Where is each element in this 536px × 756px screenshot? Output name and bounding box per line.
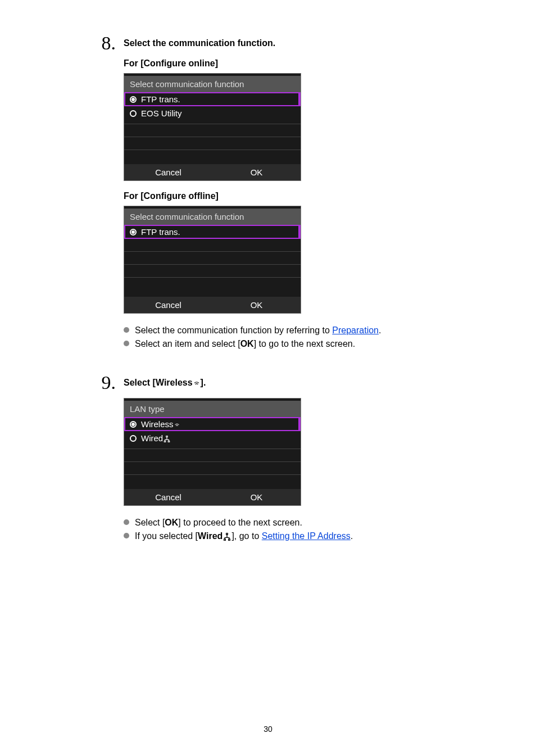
bullet-text: If you selected [Wired], go to Setting t… bbox=[135, 529, 353, 543]
bullet-icon bbox=[124, 519, 129, 525]
step-9: 9. Select [Wireless]. LAN type Wireless bbox=[0, 373, 536, 554]
text-fragment: . bbox=[351, 531, 353, 541]
bold-ok: OK bbox=[165, 518, 178, 527]
camera-screen-offline: Select communication function FTP trans.… bbox=[124, 206, 301, 314]
divider bbox=[124, 449, 301, 449]
option-label: EOS Utility bbox=[141, 108, 182, 118]
step-body: Select the communication function. For [… bbox=[124, 34, 536, 362]
text-fragment: . bbox=[379, 325, 381, 335]
divider bbox=[124, 251, 301, 252]
list-item: Select [OK] to proceed to the next scree… bbox=[124, 516, 469, 529]
document-page: 8. Select the communication function. Fo… bbox=[0, 0, 536, 554]
ok-button[interactable]: OK bbox=[212, 168, 301, 177]
wired-lan-icon bbox=[222, 531, 231, 541]
bullet-text: Select [OK] to proceed to the next scree… bbox=[135, 516, 302, 529]
divider bbox=[124, 277, 301, 278]
subheading-configure-offline: For [Configure offline] bbox=[124, 191, 469, 201]
text-fragment: ] to proceed to the next screen. bbox=[178, 518, 302, 527]
radio-selected-icon bbox=[130, 229, 137, 236]
bullet-icon bbox=[124, 327, 129, 333]
screen-header: Select communication function bbox=[124, 209, 301, 225]
option-ftp-trans[interactable]: FTP trans. bbox=[124, 92, 301, 106]
button-row: Cancel OK bbox=[124, 489, 301, 505]
text-fragment: Wired bbox=[141, 433, 163, 443]
wireless-icon bbox=[193, 378, 201, 387]
page-number: 30 bbox=[0, 725, 536, 734]
step-number: 8. bbox=[90, 34, 124, 53]
list-item: Select the communication function by ref… bbox=[124, 324, 469, 337]
option-wired[interactable]: Wired bbox=[124, 431, 301, 445]
option-ftp-trans[interactable]: FTP trans. bbox=[124, 225, 301, 239]
option-list: FTP trans. bbox=[124, 225, 301, 297]
link-preparation[interactable]: Preparation bbox=[332, 325, 379, 335]
ok-button[interactable]: OK bbox=[212, 492, 301, 502]
bold-ok: OK bbox=[240, 339, 254, 348]
step-8: 8. Select the communication function. Fo… bbox=[0, 34, 536, 362]
step-title: Select the communication function. bbox=[124, 38, 469, 48]
text-fragment: Select [ bbox=[135, 518, 165, 527]
radio-unselected-icon bbox=[130, 110, 137, 117]
bullet-text: Select an item and select [OK] to go to … bbox=[135, 337, 355, 351]
divider bbox=[124, 461, 301, 462]
bullet-list: Select the communication function by ref… bbox=[124, 324, 469, 351]
option-label: Wired bbox=[141, 433, 171, 443]
option-label: FTP trans. bbox=[141, 227, 180, 237]
button-row: Cancel OK bbox=[124, 164, 301, 180]
step-body: Select [Wireless]. LAN type Wireless Wir… bbox=[124, 373, 536, 554]
option-label: Wireless bbox=[141, 419, 180, 429]
link-setting-ip-address[interactable]: Setting the IP Address bbox=[262, 531, 351, 541]
radio-unselected-icon bbox=[130, 435, 137, 442]
radio-selected-icon bbox=[130, 421, 137, 428]
text-fragment: ], go to bbox=[231, 531, 261, 541]
text-fragment: Select [Wireless bbox=[124, 378, 193, 387]
ok-button[interactable]: OK bbox=[212, 300, 301, 310]
divider bbox=[124, 474, 301, 475]
wired-lan-icon bbox=[163, 433, 171, 443]
option-label: FTP trans. bbox=[141, 94, 180, 104]
text-fragment: Select the communication function by ref… bbox=[135, 325, 332, 335]
screen-header: Select communication function bbox=[124, 76, 301, 92]
wireless-icon bbox=[174, 419, 180, 429]
subheading-configure-online: For [Configure online] bbox=[124, 58, 469, 69]
text-fragment: Wireless bbox=[141, 419, 174, 429]
text-fragment: If you selected [ bbox=[135, 531, 198, 541]
option-wireless[interactable]: Wireless bbox=[124, 417, 301, 431]
list-item: If you selected [Wired], go to Setting t… bbox=[124, 529, 469, 543]
divider bbox=[124, 124, 301, 124]
cancel-button[interactable]: Cancel bbox=[124, 492, 212, 502]
bullet-text: Select the communication function by ref… bbox=[135, 324, 381, 337]
text-fragment: ]. bbox=[201, 378, 206, 387]
step-number: 9. bbox=[90, 373, 124, 392]
bold-wired: Wired bbox=[198, 531, 222, 541]
camera-screen-lan-type: LAN type Wireless Wired bbox=[124, 398, 301, 506]
divider bbox=[124, 150, 301, 150]
radio-selected-icon bbox=[130, 96, 137, 103]
list-item: Select an item and select [OK] to go to … bbox=[124, 337, 469, 351]
cancel-button[interactable]: Cancel bbox=[124, 168, 212, 177]
button-row: Cancel OK bbox=[124, 297, 301, 313]
option-eos-utility[interactable]: EOS Utility bbox=[124, 106, 301, 120]
cancel-button[interactable]: Cancel bbox=[124, 300, 212, 310]
bullet-icon bbox=[124, 341, 129, 346]
camera-screen-online: Select communication function FTP trans.… bbox=[124, 73, 301, 181]
step-title: Select [Wireless]. bbox=[124, 378, 469, 388]
text-fragment: ] to go to the next screen. bbox=[254, 339, 356, 348]
option-list: FTP trans. EOS Utility bbox=[124, 92, 301, 164]
divider bbox=[124, 137, 301, 137]
bullet-list: Select [OK] to proceed to the next scree… bbox=[124, 516, 469, 543]
bullet-icon bbox=[124, 533, 129, 538]
option-list: Wireless Wired bbox=[124, 417, 301, 489]
divider bbox=[124, 264, 301, 265]
screen-header: LAN type bbox=[124, 401, 301, 417]
text-fragment: Select an item and select [ bbox=[135, 339, 240, 348]
